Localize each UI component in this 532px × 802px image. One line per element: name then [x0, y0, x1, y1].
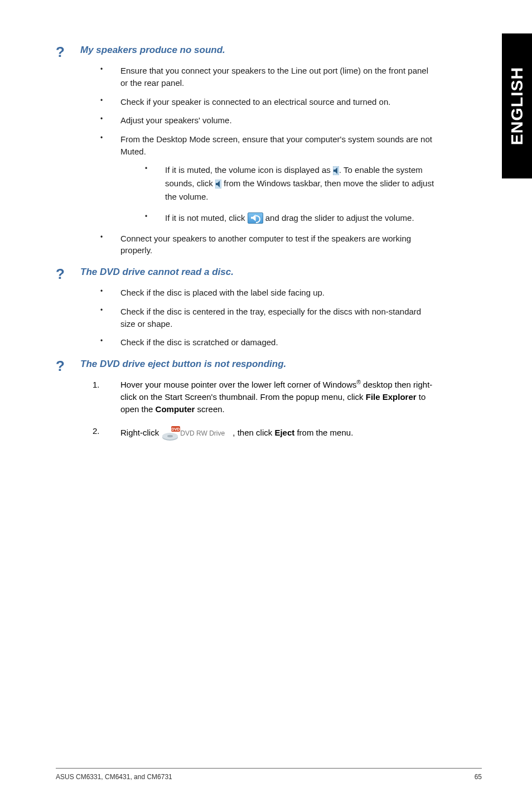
text-fragment: Right-click — [120, 428, 161, 437]
numbered-list-item: 2. Right-click DVDDVD RW Drive, then cli… — [100, 425, 435, 442]
text-fragment: from the menu. — [294, 428, 353, 437]
step-number: 1. — [93, 379, 100, 391]
volume-muted-icon — [333, 166, 339, 175]
text-fragment: , then click — [233, 428, 274, 437]
faq-title: The DVD drive cannot read a disc. — [80, 267, 234, 278]
page-footer: ASUS CM6331, CM6431, and CM6731 65 — [56, 768, 482, 781]
list-item: Adjust your speakers' volume. — [100, 114, 435, 127]
volume-taskbar-icon — [215, 179, 221, 188]
language-sidebar-tab: ENGLISH — [502, 33, 532, 178]
text-bold: Computer — [156, 404, 195, 414]
list-item: Connect your speakers to another compute… — [100, 233, 435, 257]
text-bold: Eject — [274, 428, 294, 437]
faq-title: My speakers produce no sound. — [80, 45, 225, 56]
list-item: Check if the disc is centered in the tra… — [100, 306, 435, 330]
faq-dvd-cannot-read: ? The DVD drive cannot read a disc. Chec… — [56, 267, 435, 349]
faq-speakers-no-sound: ? My speakers produce no sound. Ensure t… — [56, 45, 435, 257]
list-item-text: From the Desktop Mode screen, ensure tha… — [120, 134, 432, 156]
volume-active-icon — [248, 212, 263, 224]
question-mark-icon: ? — [56, 359, 67, 373]
text-fragment: Hover your mouse pointer over the lower … — [120, 380, 357, 389]
footer-page-number: 65 — [475, 773, 482, 781]
list-item: Check if the disc is placed with the lab… — [100, 287, 435, 299]
text-fragment: If it is muted, the volume icon is displ… — [165, 165, 333, 175]
dvd-drive-icon: DVDDVD RW Drive — [161, 425, 233, 442]
question-mark-icon: ? — [56, 45, 67, 59]
svg-point-4 — [167, 435, 173, 437]
text-fragment: If it is not muted, click — [165, 213, 248, 223]
list-item: From the Desktop Mode screen, ensure tha… — [100, 133, 435, 225]
registered-mark: ® — [357, 379, 361, 385]
footer-product: ASUS CM6331, CM6431, and CM6731 — [56, 773, 172, 781]
list-item: Check if your speaker is connected to an… — [100, 96, 435, 108]
sub-list-item: If it is not muted, click and drag the s… — [145, 211, 435, 225]
list-item: Ensure that you connect your speakers to… — [100, 65, 435, 89]
text-fragment: screen. — [195, 404, 224, 414]
text-bold: File Explorer — [366, 392, 417, 402]
svg-text:DVD: DVD — [172, 427, 180, 431]
numbered-list-item: 1. Hover your mouse pointer over the low… — [100, 379, 435, 415]
sub-list-item: If it is muted, the volume icon is displ… — [145, 163, 435, 204]
faq-dvd-eject-not-responding: ? The DVD drive eject button is not resp… — [56, 359, 435, 442]
text-fragment: and drag the slider to adjust the volume… — [263, 213, 414, 223]
question-mark-icon: ? — [56, 267, 67, 281]
list-item: Check if the disc is scratched or damage… — [100, 336, 435, 349]
drive-label-text: DVD RW Drive — [180, 429, 225, 437]
language-label: ENGLISH — [507, 67, 526, 145]
step-number: 2. — [93, 425, 100, 437]
faq-title: The DVD drive eject button is not respon… — [80, 359, 286, 370]
